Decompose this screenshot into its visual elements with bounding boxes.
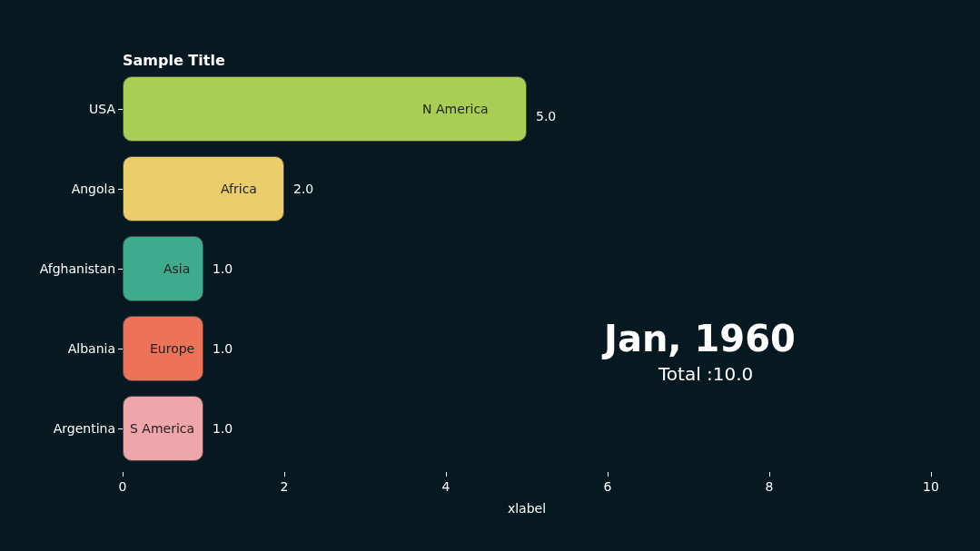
x-tick-4: 4 [442,479,450,494]
y-tick-mark [118,109,123,110]
bar-value-argentina: 1.0 [213,421,233,436]
y-tick-albania: Albania [68,341,115,356]
bar-value-albania: 1.0 [213,341,233,356]
bar-value-angola: 2.0 [293,182,313,196]
x-tick-mark [284,472,285,477]
x-tick-mark [446,472,447,477]
y-tick-mark [118,428,123,429]
bar-label-afghanistan: Asia [163,261,190,276]
x-tick-mark [931,472,932,477]
bar-value-usa: 5.0 [536,109,556,123]
y-tick-afghanistan: Afghanistan [40,261,115,276]
bar-label-argentina: S America [130,421,194,436]
y-tick-mark [118,349,123,349]
x-tick-mark [769,472,770,477]
y-tick-mark [118,189,123,190]
x-tick-10: 10 [923,479,939,494]
x-tick-2: 2 [281,479,289,494]
bar-label-usa: N America [422,102,489,116]
period-label: Jan, 1960 [604,318,796,359]
chart-area: N America 5.0 Africa 2.0 Asia 1.0 Europe… [123,73,931,472]
bar-angola [123,156,284,221]
y-tick-mark [118,269,123,270]
x-axis-label: xlabel [508,501,546,516]
y-tick-angola: Angola [72,182,115,196]
chart-title: Sample Title [123,52,225,69]
x-tick-8: 8 [766,479,774,494]
bar-label-angola: Africa [221,182,257,196]
bar-label-albania: Europe [150,341,194,356]
total-label: Total :10.0 [658,363,753,385]
x-tick-0: 0 [119,479,127,494]
x-tick-mark [608,472,609,477]
y-tick-usa: USA [89,102,115,116]
y-tick-argentina: Argentina [54,421,115,436]
bar-value-afghanistan: 1.0 [213,261,233,276]
x-tick-mark [123,472,124,477]
x-tick-6: 6 [604,479,612,494]
